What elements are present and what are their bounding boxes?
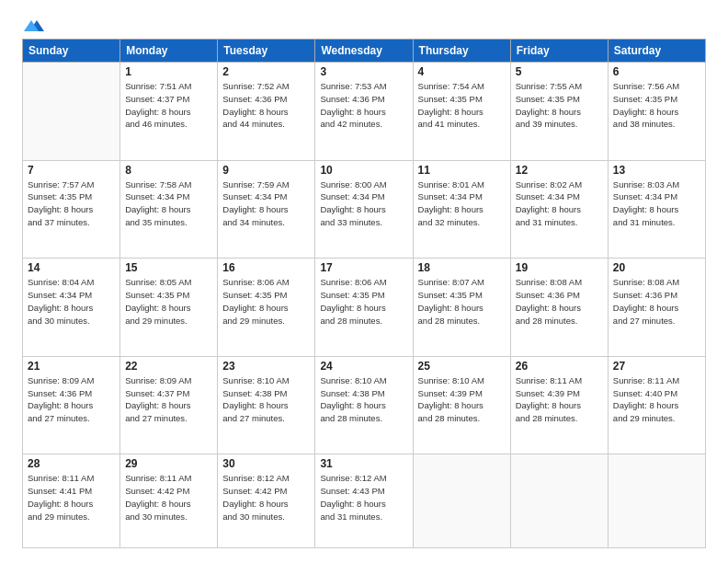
weekday-header-sunday: Sunday xyxy=(23,40,120,63)
day-number: 26 xyxy=(516,360,603,373)
day-info: Sunrise: 7:52 AM Sunset: 4:36 PM Dayligh… xyxy=(222,80,310,131)
day-number: 25 xyxy=(418,360,506,373)
day-number: 17 xyxy=(320,261,407,274)
day-number: 23 xyxy=(222,360,310,373)
calendar-cell: 3Sunrise: 7:53 AM Sunset: 4:36 PM Daylig… xyxy=(315,63,413,161)
day-info: Sunrise: 8:12 AM Sunset: 4:43 PM Dayligh… xyxy=(320,472,407,523)
calendar-cell: 31Sunrise: 8:12 AM Sunset: 4:43 PM Dayli… xyxy=(315,454,413,548)
day-info: Sunrise: 7:55 AM Sunset: 4:35 PM Dayligh… xyxy=(516,80,603,131)
day-number: 22 xyxy=(125,360,212,373)
page: SundayMondayTuesdayWednesdayThursdayFrid… xyxy=(0,0,728,563)
week-row-5: 28Sunrise: 8:11 AM Sunset: 4:41 PM Dayli… xyxy=(23,454,706,548)
weekday-header-friday: Friday xyxy=(510,40,608,63)
calendar-cell: 20Sunrise: 8:08 AM Sunset: 4:36 PM Dayli… xyxy=(608,259,705,357)
day-info: Sunrise: 8:10 AM Sunset: 4:39 PM Dayligh… xyxy=(418,374,506,425)
calendar: SundayMondayTuesdayWednesdayThursdayFrid… xyxy=(22,39,706,548)
day-info: Sunrise: 8:06 AM Sunset: 4:35 PM Dayligh… xyxy=(320,276,407,327)
day-number: 10 xyxy=(320,164,407,177)
day-number: 20 xyxy=(613,261,700,274)
day-number: 13 xyxy=(613,164,700,177)
day-number: 27 xyxy=(613,360,700,373)
calendar-cell: 9Sunrise: 7:59 AM Sunset: 4:34 PM Daylig… xyxy=(218,160,315,259)
day-number: 6 xyxy=(613,65,700,78)
day-number: 1 xyxy=(125,65,212,78)
day-number: 15 xyxy=(125,261,212,274)
day-info: Sunrise: 7:53 AM Sunset: 4:36 PM Dayligh… xyxy=(320,80,407,131)
calendar-cell: 15Sunrise: 8:05 AM Sunset: 4:35 PM Dayli… xyxy=(120,259,218,357)
day-info: Sunrise: 8:07 AM Sunset: 4:35 PM Dayligh… xyxy=(418,276,506,327)
week-row-2: 7Sunrise: 7:57 AM Sunset: 4:35 PM Daylig… xyxy=(23,160,706,259)
day-info: Sunrise: 8:06 AM Sunset: 4:35 PM Dayligh… xyxy=(222,276,310,327)
calendar-cell: 23Sunrise: 8:10 AM Sunset: 4:38 PM Dayli… xyxy=(218,356,315,454)
calendar-cell: 8Sunrise: 7:58 AM Sunset: 4:34 PM Daylig… xyxy=(120,160,218,259)
day-info: Sunrise: 8:11 AM Sunset: 4:41 PM Dayligh… xyxy=(28,472,115,523)
calendar-cell: 18Sunrise: 8:07 AM Sunset: 4:35 PM Dayli… xyxy=(413,259,510,357)
calendar-cell: 17Sunrise: 8:06 AM Sunset: 4:35 PM Dayli… xyxy=(315,259,413,357)
week-row-1: 1Sunrise: 7:51 AM Sunset: 4:37 PM Daylig… xyxy=(23,63,706,161)
day-number: 14 xyxy=(28,261,115,274)
day-number: 11 xyxy=(418,164,506,177)
day-info: Sunrise: 8:09 AM Sunset: 4:36 PM Dayligh… xyxy=(28,374,115,425)
day-number: 28 xyxy=(28,457,115,470)
calendar-cell: 26Sunrise: 8:11 AM Sunset: 4:39 PM Dayli… xyxy=(510,356,608,454)
calendar-cell: 28Sunrise: 8:11 AM Sunset: 4:41 PM Dayli… xyxy=(23,454,120,548)
day-number: 4 xyxy=(418,65,506,78)
day-info: Sunrise: 7:58 AM Sunset: 4:34 PM Dayligh… xyxy=(125,178,212,229)
day-number: 18 xyxy=(418,261,506,274)
calendar-cell: 10Sunrise: 8:00 AM Sunset: 4:34 PM Dayli… xyxy=(315,160,413,259)
weekday-header-tuesday: Tuesday xyxy=(218,40,315,63)
day-number: 3 xyxy=(320,65,407,78)
day-number: 21 xyxy=(28,360,115,373)
calendar-cell: 19Sunrise: 8:08 AM Sunset: 4:36 PM Dayli… xyxy=(510,259,608,357)
day-number: 12 xyxy=(516,164,603,177)
calendar-cell xyxy=(23,63,120,161)
weekday-header-wednesday: Wednesday xyxy=(315,40,413,63)
day-info: Sunrise: 8:08 AM Sunset: 4:36 PM Dayligh… xyxy=(516,276,603,327)
calendar-cell xyxy=(510,454,608,548)
weekday-header-thursday: Thursday xyxy=(413,40,510,63)
day-info: Sunrise: 8:00 AM Sunset: 4:34 PM Dayligh… xyxy=(320,178,407,229)
calendar-cell: 4Sunrise: 7:54 AM Sunset: 4:35 PM Daylig… xyxy=(413,63,510,161)
weekday-header-saturday: Saturday xyxy=(608,40,705,63)
day-info: Sunrise: 8:11 AM Sunset: 4:39 PM Dayligh… xyxy=(516,374,603,425)
day-info: Sunrise: 8:09 AM Sunset: 4:37 PM Dayligh… xyxy=(125,374,212,425)
day-number: 9 xyxy=(222,164,310,177)
day-info: Sunrise: 7:57 AM Sunset: 4:35 PM Dayligh… xyxy=(28,178,115,229)
weekday-header-monday: Monday xyxy=(120,40,218,63)
header xyxy=(22,18,706,29)
day-number: 7 xyxy=(28,164,115,177)
calendar-cell: 13Sunrise: 8:03 AM Sunset: 4:34 PM Dayli… xyxy=(608,160,705,259)
calendar-cell xyxy=(413,454,510,548)
calendar-cell xyxy=(608,454,705,548)
day-number: 2 xyxy=(222,65,310,78)
calendar-cell: 27Sunrise: 8:11 AM Sunset: 4:40 PM Dayli… xyxy=(608,356,705,454)
day-number: 5 xyxy=(516,65,603,78)
day-number: 29 xyxy=(125,457,212,470)
calendar-cell: 25Sunrise: 8:10 AM Sunset: 4:39 PM Dayli… xyxy=(413,356,510,454)
calendar-cell: 22Sunrise: 8:09 AM Sunset: 4:37 PM Dayli… xyxy=(120,356,218,454)
day-info: Sunrise: 8:11 AM Sunset: 4:40 PM Dayligh… xyxy=(613,374,700,425)
day-info: Sunrise: 7:51 AM Sunset: 4:37 PM Dayligh… xyxy=(125,80,212,131)
calendar-cell: 2Sunrise: 7:52 AM Sunset: 4:36 PM Daylig… xyxy=(218,63,315,161)
day-info: Sunrise: 7:56 AM Sunset: 4:35 PM Dayligh… xyxy=(613,80,700,131)
day-info: Sunrise: 8:08 AM Sunset: 4:36 PM Dayligh… xyxy=(613,276,700,327)
calendar-cell: 7Sunrise: 7:57 AM Sunset: 4:35 PM Daylig… xyxy=(23,160,120,259)
day-info: Sunrise: 8:04 AM Sunset: 4:34 PM Dayligh… xyxy=(28,276,115,327)
day-number: 30 xyxy=(222,457,310,470)
day-info: Sunrise: 7:54 AM Sunset: 4:35 PM Dayligh… xyxy=(418,80,506,131)
calendar-cell: 1Sunrise: 7:51 AM Sunset: 4:37 PM Daylig… xyxy=(120,63,218,161)
day-number: 16 xyxy=(222,261,310,274)
day-number: 24 xyxy=(320,360,407,373)
day-info: Sunrise: 8:02 AM Sunset: 4:34 PM Dayligh… xyxy=(516,178,603,229)
calendar-cell: 5Sunrise: 7:55 AM Sunset: 4:35 PM Daylig… xyxy=(510,63,608,161)
week-row-4: 21Sunrise: 8:09 AM Sunset: 4:36 PM Dayli… xyxy=(23,356,706,454)
calendar-cell: 11Sunrise: 8:01 AM Sunset: 4:34 PM Dayli… xyxy=(413,160,510,259)
day-info: Sunrise: 8:10 AM Sunset: 4:38 PM Dayligh… xyxy=(320,374,407,425)
day-info: Sunrise: 8:01 AM Sunset: 4:34 PM Dayligh… xyxy=(418,178,506,229)
day-number: 8 xyxy=(125,164,212,177)
day-info: Sunrise: 8:11 AM Sunset: 4:42 PM Dayligh… xyxy=(125,472,212,523)
calendar-cell: 24Sunrise: 8:10 AM Sunset: 4:38 PM Dayli… xyxy=(315,356,413,454)
day-info: Sunrise: 7:59 AM Sunset: 4:34 PM Dayligh… xyxy=(222,178,310,229)
calendar-cell: 30Sunrise: 8:12 AM Sunset: 4:42 PM Dayli… xyxy=(218,454,315,548)
calendar-cell: 12Sunrise: 8:02 AM Sunset: 4:34 PM Dayli… xyxy=(510,160,608,259)
